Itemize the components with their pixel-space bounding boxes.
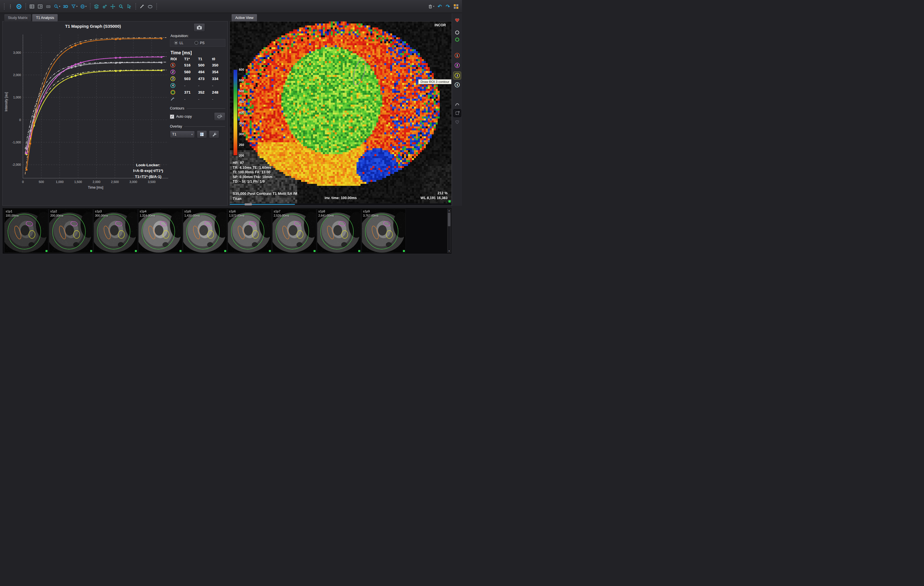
- radio-ll[interactable]: LL: [174, 41, 183, 45]
- overlay-report-button[interactable]: [197, 130, 207, 138]
- tab-t1-analysis[interactable]: T1 Analysis: [32, 14, 58, 21]
- select-pointer-icon[interactable]: [125, 2, 133, 11]
- redo-icon[interactable]: ↷: [444, 2, 452, 11]
- contour-roi-yellow: [118, 231, 124, 238]
- colorbar: [233, 69, 238, 155]
- look-locker-formula: Look-Locker:I=A-B·exp(-t/T1*)T1=T1*·(B/A…: [121, 162, 175, 180]
- app-logo-icon[interactable]: [15, 2, 23, 11]
- svg-text:2,500: 2,500: [111, 180, 119, 183]
- svg-text:-2,000: -2,000: [12, 163, 21, 166]
- scroll-down-icon[interactable]: ▼: [448, 249, 450, 253]
- roi-1-button[interactable]: 1: [454, 52, 461, 59]
- station-name: Titan: [233, 196, 241, 201]
- undo-icon[interactable]: ↶: [436, 2, 443, 11]
- snapshot-button[interactable]: [194, 23, 205, 32]
- curve-tool-icon[interactable]: [454, 101, 461, 108]
- gear-add-icon[interactable]: [101, 2, 108, 11]
- delete-icon[interactable]: ▾: [427, 2, 435, 11]
- menu-icon[interactable]: ⋮: [7, 2, 14, 11]
- contour-roi-yellow: [74, 231, 80, 238]
- radio-ps[interactable]: PS: [195, 41, 205, 45]
- search-2d-icon[interactable]: ▾: [53, 2, 61, 11]
- thumbnail-s1p2[interactable]: s1p2200.00ms: [49, 209, 93, 253]
- roi-4-marker: 4: [455, 82, 460, 87]
- thumbnail-s1p3[interactable]: s1p3300.00ms: [94, 209, 138, 253]
- overlay-settings-button[interactable]: [209, 130, 219, 138]
- chevron-down-icon: ▾: [191, 133, 193, 136]
- thumbnail-status-indicator: [403, 250, 405, 252]
- time-table-row[interactable]: 371352248: [170, 89, 225, 96]
- green-ring-marker-icon[interactable]: [454, 36, 461, 43]
- overlay-select[interactable]: T1 ▾: [170, 130, 195, 138]
- auto-copy-row: ✓ Auto copy: [170, 112, 225, 121]
- slider-handle[interactable]: [244, 203, 252, 205]
- time-value: 352: [198, 89, 211, 96]
- thumbnail-strip: s1p1100.00mss1p2200.00mss1p3300.00mss1p4…: [2, 208, 452, 254]
- toolbar-grip[interactable]: [89, 3, 91, 10]
- time-table-row[interactable]: 2560494354: [170, 68, 225, 75]
- frame-slider[interactable]: [230, 203, 452, 205]
- scrollbar-thumb[interactable]: [448, 213, 450, 226]
- roi-3-button[interactable]: 3: [454, 72, 461, 79]
- roi-2-button[interactable]: 2: [454, 62, 461, 69]
- tab-study-matrix[interactable]: Study Matrix: [4, 14, 31, 21]
- contour-roi-magenta: [115, 221, 122, 227]
- thumbnail-s1p4[interactable]: s1p41,324.00ms: [138, 209, 182, 253]
- time-table-row[interactable]: 4---: [170, 82, 225, 89]
- 3d-view-icon[interactable]: 3D: [62, 2, 69, 11]
- table-icon[interactable]: [28, 2, 36, 11]
- colorbar-tick: 200: [239, 154, 244, 157]
- zoom-icon[interactable]: [117, 2, 125, 11]
- contour-roi-orange: [237, 225, 246, 239]
- time-value: 334: [211, 75, 225, 82]
- thumbnail-s1p8[interactable]: s1p82,641.00ms: [317, 209, 361, 253]
- time-table-row[interactable]: ---: [170, 96, 225, 103]
- time-value: -: [211, 96, 225, 103]
- layers-icon[interactable]: [93, 2, 100, 11]
- measure-icon[interactable]: [138, 2, 145, 11]
- time-table-row[interactable]: 3503473334: [170, 75, 225, 82]
- auto-copy-checkbox[interactable]: ✓: [170, 114, 174, 119]
- contour-roi-yellow: [163, 231, 169, 238]
- thumbnail-time-label: 1,572.00ms: [229, 214, 244, 217]
- layout-grid-icon[interactable]: [452, 2, 460, 11]
- contour-epicardial: [97, 214, 130, 249]
- tooltip: Draw ROI 3 contour: [418, 79, 452, 84]
- contour-roi-magenta: [249, 221, 256, 227]
- scan-info-block: HR: 97TR: 4.10ms TE: 1.60msTI: 100.00ms …: [233, 161, 272, 184]
- tab-active-view[interactable]: Active View: [231, 14, 257, 21]
- heart-outline-icon[interactable]: [454, 118, 461, 125]
- contour-roi-orange: [147, 225, 156, 239]
- contour-epicardial: [8, 214, 41, 249]
- thumbnail-status-indicator: [358, 250, 360, 252]
- thumbnail-s1p1[interactable]: s1p1100.00ms: [4, 209, 48, 253]
- time-value: 494: [198, 68, 211, 75]
- toolbar-grip[interactable]: [135, 3, 137, 10]
- toolbar-grip[interactable]: [3, 3, 5, 10]
- status-indicator: [449, 200, 451, 203]
- mask-icon[interactable]: [147, 2, 154, 11]
- layout-split-icon[interactable]: [36, 2, 44, 11]
- copy-contours-button[interactable]: [214, 112, 225, 121]
- toolbar-grip[interactable]: [25, 3, 26, 10]
- thumbnail-scrollbar[interactable]: ▲ ▼: [447, 209, 451, 253]
- roi-4-button[interactable]: 4: [454, 81, 461, 89]
- globe-icon[interactable]: ▾: [79, 2, 87, 11]
- thumbnail-s1p5[interactable]: s1p51,430.00ms: [183, 209, 227, 253]
- time-value: 248: [211, 89, 225, 96]
- thumbnail-s1p6[interactable]: s1p61,572.00ms: [228, 209, 272, 253]
- cine-heart-icon[interactable]: [454, 17, 461, 24]
- scroll-up-icon[interactable]: ▲: [448, 209, 450, 212]
- pan-icon[interactable]: [109, 2, 117, 11]
- funnel-icon[interactable]: ▾: [70, 2, 78, 11]
- toolbar-grip[interactable]: [155, 3, 157, 10]
- thumbnail-s1p7[interactable]: s1p72,526.00ms: [272, 209, 317, 253]
- thumbnail-s1p9[interactable]: s1p93,767.00ms: [361, 209, 406, 253]
- time-table-row[interactable]: 1516500350: [170, 62, 225, 68]
- transform-tool-button[interactable]: [454, 109, 461, 117]
- white-ring-marker-icon[interactable]: [454, 29, 461, 36]
- roi-2-marker: 2: [170, 69, 175, 74]
- contour-roi-orange: [102, 225, 112, 239]
- label-tag-icon[interactable]: [45, 2, 52, 11]
- application-window: { "app": { "accent": "#2fa8dc", "bg": "#…: [0, 0, 462, 293]
